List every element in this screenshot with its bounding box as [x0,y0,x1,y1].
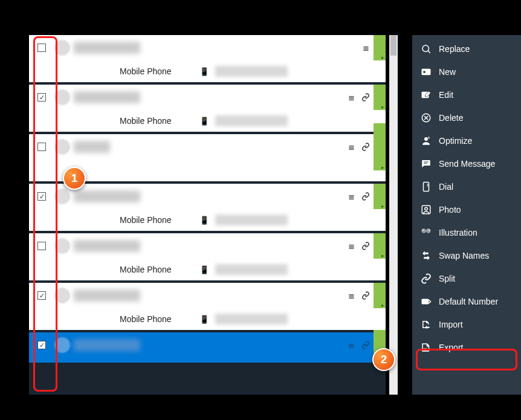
list-view-icon[interactable]: ≣ [346,141,357,152]
sidebar-label: Delete [439,113,463,123]
phone-type-label: Mobile Phone [120,314,192,324]
svg-rect-9 [422,299,429,305]
contact-name [74,141,110,153]
sidebar-label: Dial [439,182,453,192]
sidebar-label: Default Number [439,297,498,306]
contact-row[interactable]: ✓ ≣ Mobile Phone 📱 [29,85,386,132]
link-icon[interactable] [360,141,371,152]
expand-bar[interactable] [374,123,386,170]
new-icon [419,65,433,79]
sidebar-label: New [439,67,456,77]
link-icon[interactable] [360,191,371,202]
import-icon [419,318,433,331]
expand-bar[interactable] [374,85,386,110]
sidebar-item-default-number[interactable]: Default Number [412,290,521,313]
contact-name [74,240,140,252]
sidebar-label: Photo [439,205,461,215]
sidebar-item-import[interactable]: Import [412,313,521,336]
sidebar-item-replace[interactable]: Replace [412,37,521,60]
list-view-icon[interactable]: ≣ [346,290,357,301]
sidebar-label: Edit [439,90,453,100]
phone-type-label: Mobile Phone [120,265,192,274]
svg-rect-10 [424,349,427,352]
scrollbar-thumb[interactable] [390,35,396,56]
svg-point-0 [422,45,429,52]
link-icon[interactable] [360,241,371,251]
avatar [54,337,70,353]
contact-row[interactable]: ✓ ≣ Mobile Phone 📱 [29,283,386,330]
svg-point-5 [424,137,428,141]
svg-point-8 [425,207,428,210]
contact-row[interactable]: ✓ ≣ [29,332,386,363]
contacts-list: ≣ Mobile Phone 📱 ✓ ≣ Mobile Phone 📱 [29,35,386,395]
contact-name [74,91,140,103]
sidebar-label: Illustration [439,228,477,237]
sidebar-item-send-message[interactable]: Send Message [412,152,521,175]
svg-rect-1 [422,69,431,76]
split-icon [419,272,433,285]
phone-icon: 📱 [199,117,208,126]
contact-row[interactable]: ✓ ≣ Mobile Phone 📱 [29,184,386,231]
link-icon[interactable] [360,92,371,103]
avatar [54,189,70,204]
sidebar-item-delete[interactable]: Delete [412,106,521,129]
contact-checkbox[interactable] [37,242,46,250]
link-icon[interactable] [360,290,371,301]
phone-icon: 📱 [199,315,208,324]
expand-bar[interactable] [374,233,386,259]
send-message-icon [419,157,433,170]
sidebar-item-swap-names[interactable]: Swap Names [412,244,521,267]
sidebar-label: Send Message [439,159,495,169]
sidebar-label: Export [439,343,463,352]
contact-checkbox[interactable] [37,44,46,52]
phone-number [215,264,288,275]
contact-row[interactable]: ≣ Mobile Phone 📱 [29,233,386,280]
contact-name [74,339,140,351]
sidebar-label: Replace [439,44,470,54]
scrollbar[interactable] [389,35,398,395]
sidebar-item-edit[interactable]: Edit [412,83,521,106]
list-view-icon[interactable]: ≣ [346,340,357,351]
dial-icon [419,180,433,193]
sidebar-item-illustration[interactable]: Illustration [412,221,521,244]
sidebar-label: Optimize [439,136,472,146]
contact-name [74,42,140,54]
contact-checkbox[interactable]: ✓ [37,341,46,349]
annotation-badge-2: 2 [372,348,395,371]
sidebar-item-photo[interactable]: Photo [412,198,521,221]
list-view-icon[interactable]: ≣ [346,241,357,251]
contact-name [74,289,140,302]
sidebar-item-optimize[interactable]: Optimize [412,129,521,152]
contact-checkbox[interactable]: ✓ [37,192,46,201]
expand-bar[interactable] [374,283,386,308]
export-icon [419,341,433,354]
link-icon[interactable] [360,340,371,351]
sidebar-item-export[interactable]: Export [412,336,521,359]
contact-row[interactable]: ≣ Mobile Phone 📱 [29,35,386,82]
expand-bar[interactable] [374,35,386,60]
sidebar-item-new[interactable]: New [412,60,521,83]
avatar [54,238,70,254]
list-view-icon[interactable]: ≣ [346,92,357,103]
list-view-icon[interactable]: ≣ [346,191,357,202]
contact-checkbox[interactable] [37,143,46,151]
photo-icon [419,203,433,216]
contact-checkbox[interactable]: ✓ [37,93,46,102]
phone-type-label: Mobile Phone [120,116,192,126]
sidebar-label: Split [439,274,455,283]
list-view-icon[interactable]: ≣ [360,42,371,53]
avatar [54,40,70,56]
phone-number [215,215,288,225]
expand-bar[interactable] [374,184,386,209]
replace-icon [419,42,433,56]
sidebar-item-split[interactable]: Split [412,267,521,290]
swap-names-icon [419,249,433,262]
optimize-icon [419,134,433,147]
avatar [54,89,70,105]
svg-point-2 [423,71,426,73]
edit-icon [419,88,433,102]
phone-number [215,66,288,77]
sidebar-item-dial[interactable]: Dial [412,175,521,198]
phone-number [215,314,288,325]
contact-checkbox[interactable]: ✓ [37,291,46,300]
